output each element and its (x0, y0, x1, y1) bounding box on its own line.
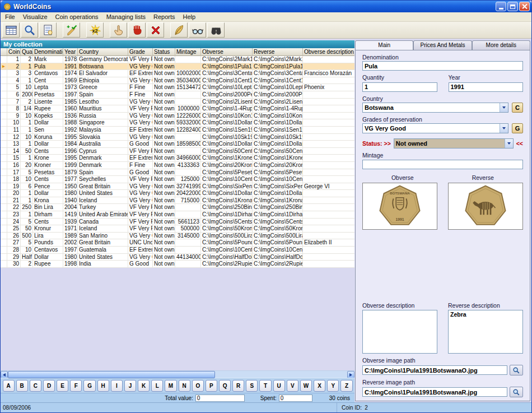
grade-select[interactable]: VG Very Good (362, 123, 508, 133)
cell-obverse-description[interactable] (303, 134, 354, 141)
table-row[interactable]: 22250Bin Lira2004TurkeyVF Very FiNot own… (1, 204, 354, 211)
letter-button-u[interactable]: U (273, 380, 285, 392)
cell-coin[interactable]: 27 (7, 239, 21, 247)
total-value-field[interactable] (195, 395, 245, 402)
cell-denomination[interactable]: Krone (33, 155, 63, 162)
cell-mintage[interactable] (175, 134, 201, 141)
cell-country[interactable]: Turkey (78, 204, 128, 211)
cell-qua[interactable]: 1/4 (21, 105, 33, 113)
duplicate-button[interactable]: x2 (86, 22, 104, 38)
cell-qua[interactable]: 10 (21, 113, 33, 120)
cell-country[interactable]: San Marino (78, 233, 128, 240)
cell-year[interactable]: 1950 (63, 183, 78, 191)
cell-obverse-description[interactable] (303, 261, 354, 268)
cell-obverse-description[interactable] (303, 127, 354, 134)
denomination-input[interactable] (362, 61, 523, 71)
reverse-image-browse-button[interactable] (510, 387, 523, 397)
cell-status[interactable]: Not own (153, 134, 175, 141)
point-hand-button[interactable] (110, 22, 127, 38)
cell-qua[interactable]: 1 (21, 141, 33, 148)
cell-grade[interactable]: VG Very G (128, 99, 153, 106)
cell-grade[interactable]: VG Very G (128, 63, 153, 71)
status-dropdown-button[interactable] (505, 139, 513, 148)
cell-year[interactable]: 1960 (63, 105, 78, 113)
cell-year[interactable]: 1989 (63, 233, 78, 240)
letter-button-e[interactable]: E (57, 380, 68, 392)
column-header-year[interactable]: Year (63, 48, 78, 56)
cell-obverse[interactable]: C:\ImgCoins\1Dollar198 (201, 119, 253, 127)
cell-obverse[interactable]: C:\ImgCoins\250BinLira (201, 204, 253, 211)
cell-qua[interactable]: 10 (21, 176, 33, 183)
cell-coin[interactable]: 14 (7, 148, 21, 155)
cell-obverse-description[interactable] (303, 119, 354, 127)
cell-status[interactable]: Not own (153, 56, 175, 63)
letter-button-b[interactable]: B (16, 380, 28, 392)
table-row[interactable]: 1810Cents1977SeychellesVF Very FiNot own… (1, 176, 354, 183)
cell-year[interactable]: 1999 (63, 162, 78, 169)
letter-button-v[interactable]: V (287, 380, 298, 392)
cell-country[interactable]: Slovakia (78, 134, 128, 141)
cell-reverse[interactable]: C:\ImgCoins\10Cents19 (253, 176, 303, 183)
cell-obverse[interactable]: C:\ImgCoins\10Lepta19 (201, 84, 253, 91)
search-button[interactable] (21, 22, 38, 38)
cell-country[interactable]: Germany Democratic R (78, 56, 128, 63)
table-row[interactable]: 231Dirham1419United Arab EmiratesVF Very… (1, 211, 354, 219)
cell-obverse-description[interactable] (303, 99, 354, 106)
table-row[interactable]: 33Centavos1974El SalvadorEF ExtremNot ow… (1, 70, 354, 77)
status-select[interactable]: Not owned (394, 138, 514, 149)
cell-denomination[interactable]: Lira (33, 233, 63, 240)
cell-mintage[interactable] (175, 239, 201, 247)
cell-obverse[interactable]: C:\ImgCoins\1Sen1992 (201, 127, 253, 134)
cell-grade[interactable]: VG Very G (128, 119, 153, 127)
cell-grade[interactable]: G Good (128, 261, 153, 268)
table-row[interactable]: 101Dollar1988SingaporeVG Very GNot own59… (1, 119, 354, 127)
cell-qua[interactable]: 1 (21, 211, 33, 219)
cell-obverse[interactable]: C:\ImgCoins\10Sk1995S (201, 134, 253, 141)
reverse-image-path-input[interactable] (362, 387, 507, 397)
cell-grade[interactable]: EF Extrem (128, 127, 153, 134)
cell-status[interactable]: Not own (153, 176, 175, 183)
table-row[interactable]: 151Krone1995DenmarkEF ExtremNot own34966… (1, 155, 354, 162)
column-header-coin[interactable]: Coin (7, 48, 21, 56)
country-list-button[interactable]: C (512, 103, 523, 113)
cell-mintage[interactable]: 122260000 (175, 113, 201, 120)
cell-obverse[interactable]: C:\ImgCoins\10Kon1936 (201, 113, 253, 120)
cell-grade[interactable]: VF Very Fi (128, 225, 153, 233)
cell-obverse-description[interactable] (303, 197, 354, 205)
menu-item-reports[interactable]: Reports (150, 13, 179, 21)
cell-obverse-description[interactable] (303, 176, 354, 183)
table-row[interactable]: 201Dollar1980United StatesVG Very GNot o… (1, 190, 354, 197)
cell-grade[interactable]: VG Very G (128, 134, 153, 141)
cell-obverse-description[interactable] (303, 105, 354, 113)
letter-button-l[interactable]: L (151, 380, 163, 392)
cell-reverse[interactable]: C:\ImgCoins\5Pesetas1 (253, 169, 303, 177)
cell-year[interactable]: 1980 (63, 254, 78, 261)
cell-qua[interactable]: 10 (21, 84, 33, 91)
cell-year[interactable]: 1419 (63, 211, 78, 219)
cell-denomination[interactable]: Sen (33, 127, 63, 134)
cell-reverse[interactable]: C:\ImgCoins\1Dollar198 (253, 141, 303, 148)
cell-mintage[interactable]: 715000 (175, 197, 201, 205)
cell-obverse[interactable]: C:\ImgCoins\2Mark1978 (201, 56, 253, 63)
cell-denomination[interactable]: Centavos (33, 247, 63, 254)
cell-mintage[interactable]: 5661123 (175, 219, 201, 226)
cell-status[interactable]: Not own (153, 148, 175, 155)
cell-qua[interactable]: 6 (21, 183, 33, 191)
cell-obverse-description[interactable] (303, 56, 354, 63)
quantity-input[interactable] (362, 82, 437, 92)
cell-year[interactable]: 1988 (63, 119, 78, 127)
cell-year[interactable]: 1971 (63, 225, 78, 233)
table-row[interactable]: 111Sen1992MalaysiaEF ExtremNot own122824… (1, 127, 354, 134)
table-row[interactable]: 81/4Rupee1960MauritiusVF Very FiNot own1… (1, 105, 354, 113)
cell-grade[interactable]: VF Very Fi (128, 148, 153, 155)
country-dropdown-button[interactable] (500, 103, 508, 112)
cell-reverse[interactable]: C:\ImgCoins\250BinLira (253, 204, 303, 211)
cell-qua[interactable]: 50 (21, 148, 33, 155)
cell-denomination[interactable]: Cent (33, 77, 63, 85)
cell-country[interactable]: Greece (78, 84, 128, 91)
cell-country[interactable]: United Arab Emirates (78, 211, 128, 219)
cell-qua[interactable]: 50 (21, 225, 33, 233)
cell-grade[interactable]: VF Very Fi (128, 211, 153, 219)
table-row[interactable]: 29HalfDollar1980United StatesVG Very GNo… (1, 254, 354, 261)
cell-denomination[interactable]: Lisente (33, 99, 63, 106)
